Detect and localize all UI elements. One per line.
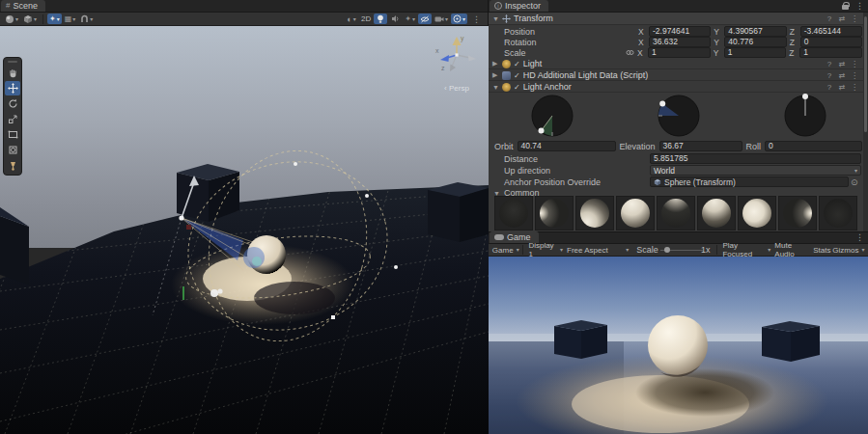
overlay-drag-handle[interactable] <box>8 61 17 63</box>
transform-tool[interactable] <box>5 143 20 157</box>
distance-field[interactable]: 5.851785 <box>650 153 861 164</box>
roll-field[interactable]: 0 <box>765 141 862 151</box>
light-component-header[interactable]: ▶ ✓ Light ? ⇄ ⋮ <box>489 59 863 69</box>
rotation-z-field[interactable]: 0 <box>800 37 862 47</box>
sphere-axis-gizmo[interactable] <box>252 257 262 266</box>
light-anchor-preset[interactable] <box>738 196 776 231</box>
preset-icon[interactable]: ⇄ <box>837 71 847 80</box>
help-icon[interactable]: ? <box>825 60 834 68</box>
aspect-dropdown[interactable]: Free Aspect▾ <box>565 245 630 256</box>
lock-icon[interactable] <box>842 2 849 10</box>
slider-knob[interactable] <box>664 247 670 253</box>
more-menu-icon[interactable]: ⋮ <box>850 60 859 68</box>
light-anchor-preset[interactable] <box>494 196 533 231</box>
inspector-menu-icon[interactable]: ⋮ <box>852 1 868 12</box>
orbit-dial-handle[interactable] <box>538 128 544 134</box>
foldout-open-icon[interactable]: ▼ <box>492 84 499 91</box>
tab-scene[interactable]: # Scene <box>1 0 45 12</box>
foldout-closed-icon[interactable]: ▶ <box>492 71 499 79</box>
rect-tool[interactable] <box>5 127 20 142</box>
position-z-field[interactable]: -3.465144 <box>800 26 862 37</box>
roll-dial-handle[interactable] <box>802 94 808 99</box>
help-icon[interactable]: ? <box>825 71 834 80</box>
scene-cube-center[interactable] <box>177 164 239 222</box>
scene-audio-button[interactable] <box>388 14 402 24</box>
light-anchor-preset[interactable] <box>657 196 695 231</box>
scene-effects-button[interactable]: ✦ ▾ <box>403 14 417 24</box>
rotation-x-field[interactable]: 36.632 <box>649 37 711 47</box>
light-anchor-header[interactable]: ▼ ✓ Light Anchor ? ⇄ ⋮ <box>489 82 863 93</box>
roll-dial[interactable] <box>782 93 828 139</box>
play-focused-dropdown[interactable]: Play Focused▾ <box>720 245 772 256</box>
orbit-field[interactable]: 40.74 <box>518 141 616 151</box>
game-mode-dropdown[interactable]: Game▾ <box>491 245 519 256</box>
scale-y-field[interactable]: 1 <box>724 47 787 58</box>
preset-icon[interactable]: ⇄ <box>837 14 847 23</box>
orientation-gizmo[interactable]: x y z <box>432 32 482 82</box>
more-menu-icon[interactable]: ⋮ <box>850 71 859 80</box>
axis-gray-cone[interactable] <box>468 56 476 62</box>
scale-tool[interactable] <box>5 112 20 126</box>
scene-camera-button[interactable]: ▾ <box>433 14 450 24</box>
preset-icon[interactable]: ⇄ <box>837 60 847 68</box>
light-anchor-preset[interactable] <box>819 196 857 231</box>
object-picker-icon[interactable]: ⊙ <box>851 177 858 187</box>
preset-icon[interactable]: ⇄ <box>837 83 847 92</box>
light-anchor-preset[interactable] <box>535 196 574 231</box>
more-menu-icon[interactable]: ⋮ <box>850 14 859 23</box>
tab-inspector[interactable]: i Inspector <box>490 0 548 12</box>
projection-label[interactable]: ‹ Persp <box>425 84 489 93</box>
elevation-dial-handle[interactable] <box>659 100 665 106</box>
scene-lighting-button[interactable] <box>374 14 387 24</box>
rotate-tool[interactable] <box>5 96 20 111</box>
game-gizmos-dropdown[interactable]: Gizmos▾ <box>832 245 865 256</box>
display-dropdown[interactable]: Display 1▾ <box>526 245 565 256</box>
light-anchor-tool[interactable] <box>5 158 20 173</box>
light-anchor-preset[interactable] <box>616 196 655 231</box>
game-menu-icon[interactable]: ⋮ <box>852 231 868 243</box>
more-menu-icon[interactable]: ⋮ <box>850 83 859 92</box>
gizmos-toggle-button[interactable]: ▾ <box>451 14 467 24</box>
position-x-field[interactable]: -2.974641 <box>649 26 711 37</box>
scene-fx-button[interactable]: ✦ ▾ <box>47 14 62 24</box>
light-anchor-preset[interactable] <box>778 196 817 231</box>
foldout-closed-icon[interactable]: ▶ <box>492 60 499 68</box>
anchor-override-field[interactable]: Sphere (Transform) <box>650 176 849 187</box>
help-icon[interactable]: ? <box>825 14 834 23</box>
help-icon[interactable]: ? <box>825 83 834 92</box>
light-anchor-point[interactable] <box>179 215 183 220</box>
game-viewport[interactable] <box>489 257 868 434</box>
light-anchor-preset[interactable] <box>575 196 614 231</box>
scale-x-field[interactable]: 1 <box>648 47 711 58</box>
snap-button[interactable]: ▾ <box>78 14 95 24</box>
hd-light-data-header[interactable]: ▶ ✓ HD Additional Light Data (Script) ? … <box>489 70 863 81</box>
enabled-checkbox[interactable]: ✓ <box>514 60 520 68</box>
debug-mode-button[interactable]: ▾ <box>21 14 39 24</box>
scale-slider[interactable] <box>660 245 699 255</box>
rotation-y-field[interactable]: 40.776 <box>724 37 786 47</box>
transform-header[interactable]: ▼ Transform ? ⇄ ⋮ <box>489 13 863 25</box>
view-hand-tool[interactable] <box>5 66 20 80</box>
foldout-open-icon[interactable]: ▼ <box>492 15 499 22</box>
enabled-checkbox[interactable]: ✓ <box>514 71 520 80</box>
enabled-checkbox[interactable]: ✓ <box>514 83 520 92</box>
orbit-dial[interactable] <box>529 93 575 139</box>
scale-z-field[interactable]: 1 <box>799 47 862 58</box>
link-icon[interactable] <box>626 48 634 57</box>
scene-cube-right-edge[interactable] <box>428 182 489 242</box>
scene-menu-icon[interactable]: ⋮ <box>468 14 485 25</box>
scrollbar-thumb[interactable] <box>864 16 867 132</box>
scene-visibility-button[interactable] <box>418 14 432 24</box>
up-direction-dropdown[interactable]: World ▾ <box>650 165 861 176</box>
move-tool[interactable] <box>5 81 20 95</box>
toggle-2d-button[interactable]: 2D <box>359 14 373 24</box>
stats-button[interactable]: Stats <box>812 245 832 256</box>
mute-audio-button[interactable]: Mute Audio <box>772 245 812 256</box>
elevation-dial[interactable] <box>656 93 702 139</box>
axis-z-cone[interactable] <box>440 55 449 62</box>
gizmo-center-handle[interactable] <box>455 53 458 56</box>
light-anchor-preset[interactable] <box>697 196 736 231</box>
inspector-scrollbar[interactable] <box>863 13 868 231</box>
shading-dropdown-button[interactable]: ◐ ▾ <box>345 14 358 24</box>
position-y-field[interactable]: 4.390567 <box>724 26 786 37</box>
